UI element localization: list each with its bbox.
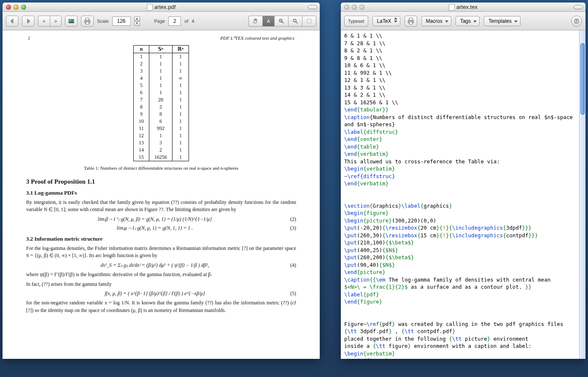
page-input[interactable] [168, 16, 181, 26]
total-pages: 4 [192, 19, 194, 24]
pdf-toolbar: < > Scale ▴▾ Page of 4 A [3, 12, 320, 30]
hand-tool-button[interactable] [248, 16, 262, 27]
source-editor[interactable]: 6 & 1 & 1 \\ 7 & 28 & 1 \\ 8 & 2 & 1 \\ … [341, 30, 585, 359]
equation: lim₍β→1⁺₎ g(N, μ, β) = g(N, μ, 1) = (1/μ… [26, 216, 283, 222]
subsection-heading: 3.1 Log-gamma PDFs [26, 190, 296, 196]
equation-number: (2) [283, 216, 296, 222]
show-console-button[interactable] [571, 16, 582, 27]
macros-dropdown[interactable]: Macros [421, 16, 451, 26]
back-button[interactable] [6, 16, 19, 27]
minimize-icon[interactable] [352, 5, 357, 10]
prev-view-button[interactable]: < [38, 16, 50, 27]
editor-toolbar: Typeset LaTeX Macros Tags Templates [341, 12, 585, 30]
of-label: of [184, 19, 188, 24]
thumbnail-button[interactable] [65, 16, 78, 27]
toolbar-toggle-icon[interactable] [308, 5, 317, 9]
scale-input[interactable] [112, 16, 131, 26]
equation: lim₍μ→1₎ g(N, μ, 1) = g(N, 1, 1) = 1 . [26, 225, 283, 231]
titlebar[interactable]: artex.tex [341, 3, 585, 12]
tool-mode-group: A [248, 16, 316, 27]
scrollbar-thumb[interactable] [580, 43, 585, 115]
magnify-tool-button[interactable] [274, 16, 288, 27]
document-icon [147, 4, 153, 11]
section-heading: 3 Proof of Proposition 1.1 [26, 178, 296, 185]
table-caption: Table 1: Numbers of distinct differentia… [26, 165, 296, 171]
scrollbar[interactable] [579, 30, 585, 359]
marquee-tool-button[interactable] [302, 16, 316, 27]
zoom-icon[interactable] [21, 5, 26, 10]
svg-rect-14 [409, 22, 412, 24]
templates-dropdown[interactable]: Templates [484, 16, 521, 26]
scale-label: Scale [97, 19, 109, 24]
equation-number: (4) [283, 262, 296, 269]
equation-number: (5) [283, 290, 296, 297]
running-head: PDF LᴬTEX coloured text and graphics [221, 35, 294, 41]
svg-line-10 [296, 22, 297, 23]
window-title: artex.pdf [3, 4, 320, 11]
zoom-icon[interactable] [359, 5, 364, 10]
svg-rect-3 [86, 18, 89, 20]
paragraph: By integration, it is easily checked tha… [26, 199, 296, 214]
paragraph: In fact, (??) arises from the gamma fami… [26, 281, 296, 288]
paragraph: for the non-negative random variable x =… [26, 299, 296, 314]
svg-rect-13 [409, 18, 412, 20]
structures-table: n𝕊ⁿℝⁿ 11121131141∞5116117281821981106111… [133, 45, 189, 161]
engine-dropdown[interactable]: LaTeX [372, 16, 400, 26]
pdf-content[interactable]: 2 PDF LᴬTEX coloured text and graphics n… [3, 30, 320, 359]
typeset-button[interactable]: Typeset [344, 16, 368, 27]
svg-rect-4 [86, 22, 89, 24]
text-select-tool-button[interactable]: A [262, 16, 274, 27]
source-code[interactable]: 6 & 1 & 1 \\ 7 & 28 & 1 \\ 8 & 2 & 1 \\ … [344, 32, 585, 359]
titlebar[interactable]: artex.pdf [3, 3, 320, 12]
paragraph: For the log-gamma densities, the Fisher … [26, 245, 296, 260]
scale-stepper[interactable]: ▴▾ [134, 16, 140, 26]
document-icon [449, 4, 455, 11]
window-title: artex.tex [341, 4, 585, 11]
svg-line-6 [282, 22, 283, 23]
minimize-icon[interactable] [13, 5, 19, 10]
toolbar-toggle-icon[interactable] [574, 5, 583, 9]
page-number: 2 [28, 35, 30, 41]
tags-dropdown[interactable]: Tags [456, 16, 480, 26]
pdf-viewer-window: artex.pdf < > Scale ▴▾ Page of 4 A [3, 3, 320, 359]
print-button[interactable] [405, 16, 417, 27]
svg-rect-11 [307, 19, 311, 23]
close-icon[interactable] [6, 5, 11, 10]
print-button[interactable] [81, 16, 94, 27]
paragraph: where ψ(β) = Γ′(β)/Γ(β) is the logarithm… [26, 271, 296, 278]
search-tool-button[interactable] [288, 16, 302, 27]
source-editor-window: artex.tex Typeset LaTeX Macros Tags Temp… [341, 3, 585, 359]
close-icon[interactable] [344, 5, 349, 10]
svg-point-9 [293, 19, 296, 22]
next-view-button[interactable]: > [50, 16, 62, 27]
subsection-heading: 3.2 Information metric structure [26, 236, 296, 242]
forward-button[interactable] [22, 16, 35, 27]
page-label: Page [154, 19, 165, 24]
equation: ds²_S = Σᵢⱼ gᵢⱼ dxⁱdxʲ = (β/μ²) dμ² + ( … [26, 262, 283, 269]
nav-history-group: < > [38, 16, 62, 27]
equation: f(x, μ, β) = ( x^{β−1} (β/μ)^{β} / Γ(β) … [26, 290, 283, 297]
equation-number: (3) [283, 225, 296, 231]
pdf-page: 2 PDF LᴬTEX coloured text and graphics n… [26, 34, 296, 329]
